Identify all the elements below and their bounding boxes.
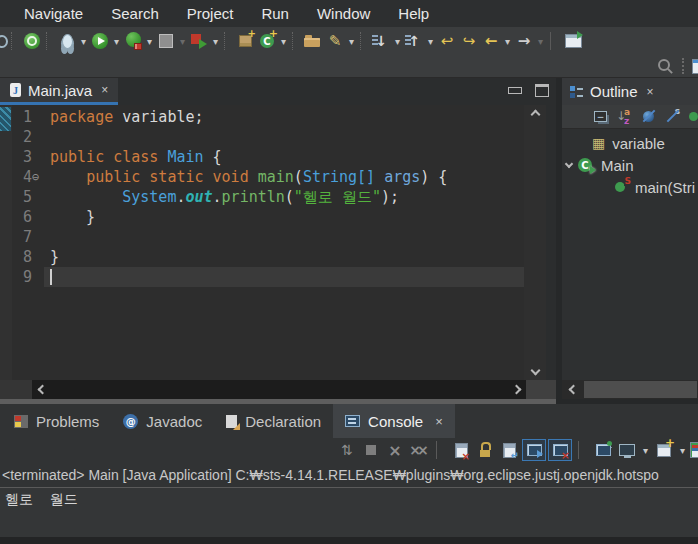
- show-stdout-icon[interactable]: [522, 439, 546, 461]
- code-line[interactable]: [44, 227, 524, 247]
- tab-console[interactable]: Console×: [333, 404, 455, 438]
- debug-dropdown-icon[interactable]: [78, 30, 89, 52]
- scroll-lock-icon[interactable]: [474, 440, 496, 460]
- word-wrap-icon[interactable]: [498, 440, 520, 460]
- terminate-relaunch-icon[interactable]: [188, 30, 210, 52]
- open-console-dropdown-icon[interactable]: [677, 439, 688, 461]
- menu-project[interactable]: Project: [173, 5, 248, 22]
- code-line[interactable]: System.out.println("헬로 월드");: [44, 187, 524, 207]
- line-number[interactable]: 2: [12, 127, 44, 147]
- open-console-icon[interactable]: [653, 440, 675, 460]
- tab-main-java[interactable]: Main.java ×: [0, 78, 118, 105]
- minimize-icon[interactable]: [508, 84, 521, 96]
- back-dropdown-icon[interactable]: [502, 30, 513, 52]
- profile-icon[interactable]: [155, 30, 177, 52]
- code-line[interactable]: package variable;: [44, 107, 524, 127]
- console-output[interactable]: 헬로 월드: [0, 488, 698, 537]
- code-line[interactable]: public static void main(String[] args) {: [44, 167, 524, 187]
- line-number[interactable]: 4⊖: [12, 167, 44, 187]
- line-number[interactable]: 7: [12, 227, 44, 247]
- remove-launch-icon[interactable]: [384, 440, 406, 460]
- tab-problems[interactable]: Problems: [2, 404, 111, 438]
- menu-help[interactable]: Help: [384, 5, 443, 22]
- profile-dropdown-icon[interactable]: [177, 30, 188, 52]
- run-dropdown-icon[interactable]: [111, 30, 122, 52]
- console-list-icon[interactable]: [690, 440, 698, 460]
- search-icon[interactable]: [0, 30, 8, 52]
- run-icon[interactable]: [89, 30, 111, 52]
- menu-run[interactable]: Run: [247, 5, 303, 22]
- scroll-down-icon[interactable]: [530, 366, 540, 376]
- scroll-right-icon[interactable]: [506, 380, 526, 399]
- coverage-dropdown-icon[interactable]: [144, 30, 155, 52]
- display-console-dropdown-icon[interactable]: [640, 439, 651, 461]
- code-line[interactable]: [44, 267, 524, 287]
- next-annotation-icon[interactable]: [370, 30, 392, 52]
- outline-item-mainstri[interactable]: main(Stri: [562, 176, 698, 198]
- open-task-icon[interactable]: [324, 30, 346, 52]
- tab-close-icon[interactable]: ×: [435, 414, 443, 429]
- menu-navigate[interactable]: Navigate: [10, 5, 97, 22]
- quick-search-icon[interactable]: [654, 55, 676, 77]
- open-perspective-icon[interactable]: [562, 30, 584, 52]
- outline-scrollbar[interactable]: [562, 380, 698, 399]
- vertical-scrollbar[interactable]: [524, 105, 546, 380]
- clear-console-icon[interactable]: [450, 440, 472, 460]
- line-number[interactable]: 6: [12, 207, 44, 227]
- line-number[interactable]: 3: [12, 147, 44, 167]
- tab-close-icon[interactable]: ×: [101, 83, 108, 97]
- line-number[interactable]: 5: [12, 187, 44, 207]
- scroll-up-icon[interactable]: [530, 110, 540, 120]
- line-number[interactable]: 1: [12, 107, 44, 127]
- toolbar-handle[interactable]: [682, 58, 688, 74]
- new-class-dropdown-icon[interactable]: [278, 30, 289, 52]
- open-folder-icon[interactable]: [302, 30, 324, 52]
- annotation-ruler[interactable]: [0, 105, 12, 380]
- next-annotation-dropdown-icon[interactable]: [392, 30, 403, 52]
- display-console-icon[interactable]: [616, 440, 638, 460]
- outline-close-icon[interactable]: ×: [647, 85, 654, 99]
- next-edit-location-icon[interactable]: [458, 30, 480, 52]
- line-number-gutter[interactable]: 1234⊖56789: [12, 105, 44, 380]
- remove-all-terminated-icon[interactable]: [408, 440, 430, 460]
- maximize-icon[interactable]: [535, 84, 548, 96]
- debug-icon[interactable]: [56, 30, 78, 52]
- relaunch-icon[interactable]: [336, 440, 358, 460]
- last-edit-location-icon[interactable]: [436, 30, 458, 52]
- new-java-project-icon[interactable]: [234, 30, 256, 52]
- scrollbar-thumb[interactable]: [584, 381, 697, 398]
- code-line[interactable]: }: [44, 207, 524, 227]
- terminate-icon[interactable]: [360, 440, 382, 460]
- show-stderr-icon[interactable]: [548, 439, 572, 461]
- code-line[interactable]: public class Main {: [44, 147, 524, 167]
- scrollbar-track[interactable]: [52, 380, 506, 399]
- tab-declaration[interactable]: Declaration: [214, 404, 333, 438]
- menu-window[interactable]: Window: [303, 5, 384, 22]
- hide-non-public-icon[interactable]: [688, 108, 698, 125]
- horizontal-scrollbar[interactable]: [0, 380, 556, 399]
- forward-icon[interactable]: [513, 30, 535, 52]
- line-number[interactable]: 8: [12, 247, 44, 267]
- collapse-all-icon[interactable]: [592, 108, 609, 125]
- code-area[interactable]: package variable;public class Main { pub…: [44, 105, 524, 380]
- code-line[interactable]: [44, 127, 524, 147]
- coverage-icon[interactable]: [122, 30, 144, 52]
- outline-tab[interactable]: Outline ×: [562, 78, 698, 105]
- run-last-launched-icon[interactable]: [21, 30, 43, 52]
- back-icon[interactable]: [480, 30, 502, 52]
- code-editor[interactable]: 1234⊖56789 package variable;public class…: [0, 105, 556, 380]
- forward-dropdown-icon[interactable]: [535, 30, 546, 52]
- previous-annotation-icon[interactable]: [403, 30, 425, 52]
- pin-console-icon[interactable]: [592, 440, 614, 460]
- hide-fields-icon[interactable]: [640, 108, 657, 125]
- previous-annotation-dropdown-icon[interactable]: [425, 30, 436, 52]
- outline-item-variable[interactable]: ▦variable: [562, 132, 698, 154]
- open-task-dropdown-icon[interactable]: [346, 30, 357, 52]
- sort-icon[interactable]: ↓az: [616, 108, 633, 125]
- code-line[interactable]: }: [44, 247, 524, 267]
- scroll-left-icon[interactable]: [562, 380, 584, 399]
- hide-static-icon[interactable]: [664, 108, 681, 125]
- line-number[interactable]: 9: [12, 267, 44, 287]
- outline-item-main[interactable]: CMain: [562, 154, 698, 176]
- new-class-icon[interactable]: [256, 30, 278, 52]
